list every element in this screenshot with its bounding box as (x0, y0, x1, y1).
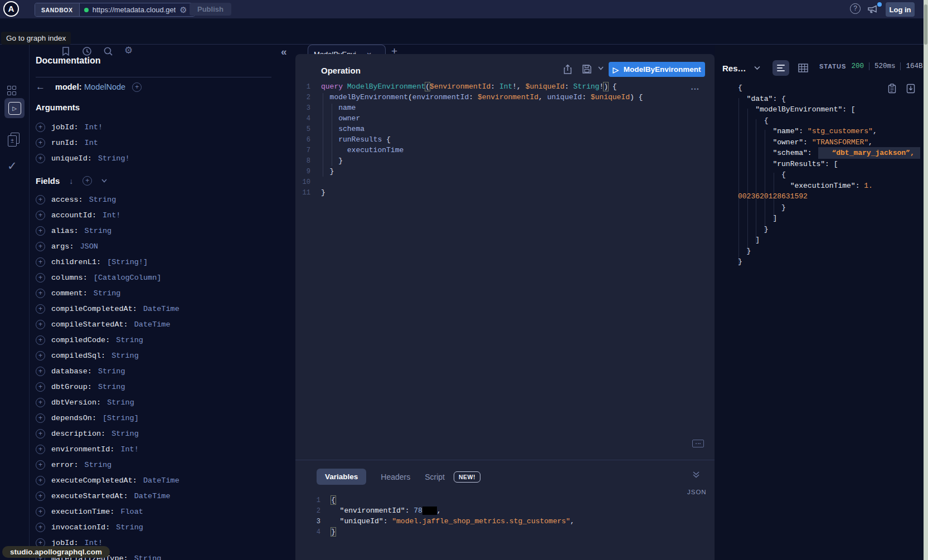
add-to-query-icon[interactable]: + (36, 304, 45, 314)
field-type-link[interactable]: String (116, 523, 143, 532)
field-type-link[interactable]: String (85, 461, 112, 469)
add-to-query-icon[interactable]: + (36, 429, 45, 439)
publish-button[interactable]: Publish (190, 3, 231, 16)
response-title[interactable]: Res… (722, 64, 746, 73)
response-chevron-down-icon[interactable] (754, 66, 760, 70)
add-to-query-icon[interactable]: + (36, 273, 45, 283)
field-type-link[interactable]: Int (85, 139, 98, 147)
field-name-link[interactable]: runId: (51, 139, 79, 147)
add-to-query-icon[interactable]: + (36, 335, 45, 345)
field-name-link[interactable]: compiledSql: (51, 352, 105, 360)
field-name-link[interactable]: alias: (51, 227, 79, 235)
add-to-query-icon[interactable]: + (36, 289, 45, 298)
field-type-link[interactable]: String! (98, 154, 130, 163)
add-to-query-icon[interactable]: + (36, 242, 45, 251)
field-name-link[interactable]: compileStartedAt: (51, 320, 128, 329)
field-type-link[interactable]: String (98, 367, 125, 376)
operation-editor[interactable]: 1query ModelByEnvironment($environmentId… (295, 81, 708, 198)
add-to-query-icon[interactable]: + (36, 257, 45, 267)
field-type-link[interactable]: DateTime (134, 320, 171, 329)
field-type-link[interactable]: String (134, 554, 162, 560)
field-type-link[interactable]: DateTime (143, 476, 179, 485)
field-name-link[interactable]: invocationId: (51, 523, 110, 532)
run-operation-button[interactable]: ▷ ModelByEnvironment (609, 62, 705, 77)
field-name-link[interactable]: executeStartedAt: (51, 492, 128, 500)
field-type-link[interactable]: [CatalogColumn] (94, 274, 162, 282)
add-to-query-icon[interactable]: + (36, 398, 45, 407)
model-type-link[interactable]: ModelNode (84, 82, 125, 91)
field-name-link[interactable]: dbtGroup: (51, 383, 92, 391)
collapse-variables-icon[interactable] (692, 471, 700, 479)
share-icon[interactable] (563, 64, 572, 75)
add-to-query-icon[interactable]: + (36, 523, 45, 532)
keyboard-shortcuts-icon[interactable] (692, 440, 704, 447)
response-view-raw-toggle[interactable] (772, 60, 789, 76)
add-to-query-icon[interactable]: + (36, 367, 45, 376)
apollo-logo-icon[interactable]: A (3, 1, 19, 17)
field-type-link[interactable]: Int! (85, 123, 103, 132)
field-name-link[interactable]: environmentId: (51, 445, 114, 454)
endpoint-url-input[interactable]: https://metadata.cloud.get ⚙ (80, 3, 195, 16)
tab-headers[interactable]: Headers (381, 473, 410, 481)
save-icon[interactable] (582, 64, 592, 74)
field-type-link[interactable]: String (107, 398, 134, 407)
field-name-link[interactable]: dbtVersion: (51, 398, 101, 407)
add-to-query-icon[interactable]: + (36, 138, 45, 148)
save-chevron-down-icon[interactable] (598, 66, 604, 70)
tab-variables[interactable]: Variables (317, 469, 366, 485)
chevron-down-icon[interactable] (101, 179, 107, 183)
announcements-megaphone-icon[interactable] (867, 4, 878, 14)
variables-editor[interactable]: 1{2 "environmentId": 78,3 "uniqueId": "m… (295, 495, 708, 537)
schema-diff-nav-button[interactable]: ± (8, 133, 19, 146)
field-name-link[interactable]: error: (51, 461, 79, 469)
graph-index-icon[interactable] (7, 86, 16, 95)
field-type-link[interactable]: String (89, 196, 116, 204)
field-type-link[interactable]: [String] (103, 414, 139, 422)
explorer-nav-button[interactable]: ▷ (4, 98, 25, 118)
field-type-link[interactable]: String (111, 352, 139, 360)
field-type-link[interactable]: String (116, 336, 143, 344)
add-to-query-icon[interactable]: + (36, 382, 45, 392)
response-view-table-toggle[interactable] (798, 64, 808, 72)
field-name-link[interactable]: executionTime: (51, 508, 114, 516)
checks-nav-button[interactable]: ✓ (7, 159, 17, 173)
field-type-link[interactable]: JSON (80, 242, 98, 251)
add-to-query-icon[interactable]: + (36, 476, 45, 485)
help-icon[interactable]: ? (850, 3, 861, 14)
sort-arrow-icon[interactable]: ↓ (69, 177, 73, 186)
field-type-link[interactable]: String (111, 430, 139, 438)
field-name-link[interactable]: access: (51, 196, 83, 204)
field-name-link[interactable]: uniqueId: (51, 154, 92, 163)
field-type-link[interactable]: Int! (103, 211, 120, 220)
field-type-link[interactable]: DateTime (143, 305, 179, 313)
field-name-link[interactable]: columns: (51, 274, 88, 282)
response-json[interactable]: { "data": { "modelByEnvironment": [ { "n… (738, 82, 922, 267)
field-type-link[interactable]: [String!] (107, 258, 148, 266)
field-name-link[interactable]: comment: (51, 289, 88, 298)
add-to-query-icon[interactable]: + (36, 123, 45, 132)
field-type-link[interactable]: DateTime (134, 492, 171, 500)
field-type-link[interactable]: Float (120, 508, 143, 516)
field-type-link[interactable]: String (98, 383, 125, 391)
add-to-query-icon[interactable]: + (36, 445, 45, 454)
add-to-query-icon[interactable]: + (36, 491, 45, 501)
field-name-link[interactable]: jobId: (51, 123, 79, 132)
page-scrollbar-thumb[interactable] (924, 4, 927, 45)
add-to-query-icon[interactable]: + (36, 320, 45, 329)
add-to-query-icon[interactable]: + (36, 154, 45, 163)
tab-script[interactable]: Script (425, 473, 445, 481)
add-to-query-icon[interactable]: + (36, 351, 45, 361)
field-name-link[interactable]: compileCompletedAt: (51, 305, 137, 313)
connection-settings-gear-icon[interactable]: ⚙ (179, 5, 187, 15)
add-to-query-icon[interactable]: + (36, 507, 45, 517)
field-name-link[interactable]: dependsOn: (51, 414, 96, 422)
field-name-link[interactable]: database: (51, 367, 92, 376)
field-type-link[interactable]: Int! (120, 445, 138, 454)
field-name-link[interactable]: args: (51, 242, 74, 251)
field-name-link[interactable]: compiledCode: (51, 336, 110, 344)
field-name-link[interactable]: executeCompletedAt: (51, 476, 137, 485)
field-name-link[interactable]: accountId: (51, 211, 96, 220)
page-scrollbar[interactable] (924, 0, 928, 560)
add-all-fields-icon[interactable]: + (82, 176, 92, 186)
back-arrow-icon[interactable]: ← (36, 81, 45, 92)
